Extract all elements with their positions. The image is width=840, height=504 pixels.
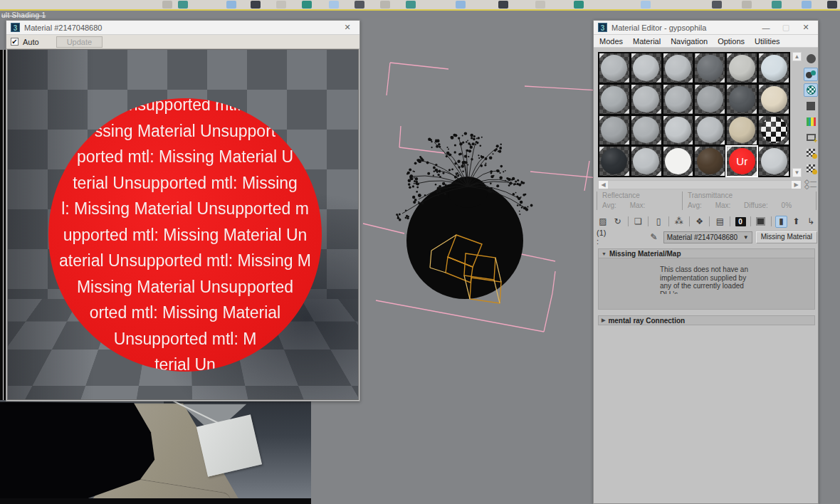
toolbar-icon-stub[interactable] [355,1,364,9]
toolbar-icon-stub[interactable] [772,1,782,9]
toolbar-icon-stub[interactable] [827,1,837,9]
material-swatch[interactable] [759,147,789,176]
menu-material[interactable]: Material [633,37,661,46]
go-to-parent-icon[interactable]: ⬆ [789,216,802,228]
scroll-up-icon[interactable]: ▲ [792,52,802,61]
preview-titlebar[interactable]: 3 Material #2147048680 ✕ [6,21,359,35]
scroll-left-icon[interactable]: ◀ [599,181,608,189]
toolbar-icon-stub[interactable] [302,1,312,9]
pink-bracket-line [390,63,448,69]
toolbar-icon-stub[interactable] [162,1,172,9]
toolbar-icon-stub[interactable] [498,1,508,9]
missing-map-text-line: This class does not have an [660,266,814,274]
material-swatch[interactable] [631,116,661,145]
toolbar-icon-stub[interactable] [742,1,752,9]
video-color-check-icon[interactable] [804,115,818,128]
make-preview-icon[interactable] [804,130,818,144]
material-swatch[interactable] [695,147,725,176]
update-button[interactable]: Update [56,36,103,48]
material-swatch[interactable] [599,53,629,83]
rollout-header[interactable]: ▼ Missing Material/Map [598,248,815,258]
material-swatch[interactable] [759,116,789,145]
material-swatch[interactable] [663,147,693,176]
material-swatch[interactable] [599,147,629,176]
material-swatch[interactable] [727,85,757,114]
material-swatch[interactable] [599,85,629,114]
make-material-copy-icon[interactable]: ⁂ [673,216,686,228]
go-forward-to-sibling-icon[interactable]: ↳ [804,216,817,228]
swatch-vertical-scrollbar[interactable]: ▲ ▼ [792,52,802,177]
toolbar-icon-stub[interactable] [641,1,651,9]
missing-material-text: nsupported mtl.ssing Material Unsupportp… [48,98,322,372]
scroll-right-icon[interactable]: ▶ [792,181,801,189]
toolbar-icon-stub[interactable] [380,1,390,9]
rollout-header[interactable]: ▶ mental ray Connection [598,315,815,325]
material-swatch[interactable] [695,53,725,83]
swatch-sphere [665,55,691,81]
material-swatch[interactable] [727,116,757,145]
material-swatch[interactable]: Ur [727,147,757,176]
material-swatch[interactable] [663,53,693,83]
material-swatch[interactable] [631,147,661,176]
assign-material-to-selection-icon[interactable]: ❏ [631,216,644,228]
material-map-navigator-icon[interactable]: ◇—◇— [804,177,818,191]
close-icon[interactable]: ✕ [340,23,355,32]
material-editor-options-icon[interactable] [804,146,818,159]
put-material-to-scene-icon[interactable]: ↻ [611,216,624,228]
material-editor-titlebar[interactable]: 3 Material Editor - gypsophila — ▢ ✕ [594,21,818,35]
toolbar-icon-stub[interactable] [574,1,584,9]
toolbar-icon-stub[interactable] [712,1,722,9]
material-id-channel-icon[interactable]: 0 [734,216,747,228]
material-preview-window[interactable]: 3 Material #2147048680 ✕ ✔ Auto Update n… [6,20,360,401]
toolbar-icon-stub[interactable] [802,1,812,9]
material-swatch[interactable] [759,53,789,83]
material-type-button[interactable]: Missing Material [756,231,817,243]
make-unique-icon[interactable]: ❖ [693,216,706,228]
toolbar-icon-stub[interactable] [456,1,466,9]
toolbar-icon-stub[interactable] [178,1,188,9]
toolbar-icon-stub[interactable] [251,1,261,9]
material-swatch[interactable] [695,85,725,114]
pick-material-eyedropper-icon[interactable]: ✎ [651,232,658,242]
material-name-dropdown[interactable]: Material #2147048680 ▼ [663,231,752,243]
material-swatch[interactable] [631,85,661,114]
menu-modes[interactable]: Modes [599,37,623,46]
auto-checkbox[interactable]: ✔ [11,38,19,46]
backlight-icon[interactable] [804,68,818,81]
show-end-result-icon[interactable]: ▮ [775,216,788,228]
scroll-down-icon[interactable]: ▼ [792,168,802,177]
missing-material-text-line: terial Unsupported mtl: Missing [48,170,322,196]
menu-options[interactable]: Options [718,37,745,46]
background-icon[interactable] [804,83,818,97]
toolbar-icon-stub[interactable] [406,1,416,9]
swatch-horizontal-scrollbar[interactable]: ◀ ▶ [598,180,802,189]
material-swatch[interactable] [727,53,757,83]
close-icon[interactable]: ✕ [798,23,814,32]
transmittance-max-label: Max: [715,201,731,209]
toolbar-icon-stub[interactable] [276,1,286,9]
material-swatch[interactable] [695,116,725,145]
material-swatch[interactable] [599,116,629,145]
material-swatch[interactable] [631,53,661,83]
minimize-icon[interactable]: — [758,23,774,32]
material-editor-window[interactable]: 3 Material Editor - gypsophila — ▢ ✕ Mod… [593,20,819,504]
viewport-shading-label[interactable]: ult Shading 1 [1,11,46,19]
put-to-library-icon[interactable]: ▤ [713,216,726,228]
get-material-icon[interactable]: ▨ [597,216,609,228]
swatch-sphere [729,86,755,112]
show-shaded-material-in-viewport-icon[interactable] [755,216,767,228]
toolbar-icon-stub[interactable] [535,1,545,9]
reset-map-icon[interactable]: ▯ [652,216,665,228]
maximize-icon[interactable]: ▢ [778,23,794,32]
menu-navigation[interactable]: Navigation [671,37,708,46]
select-by-material-icon[interactable] [804,162,818,175]
sample-uv-tiling-icon[interactable] [804,99,818,112]
material-swatch[interactable] [663,85,693,114]
toolbar-icon-stub[interactable] [329,1,339,9]
toolbar-icon-stub[interactable] [226,1,236,9]
material-swatch[interactable] [663,116,693,145]
sample-type-icon[interactable] [804,52,818,65]
main-toolbar[interactable] [0,0,840,9]
material-swatch[interactable] [759,85,789,114]
menu-utilities[interactable]: Utilities [755,37,779,46]
